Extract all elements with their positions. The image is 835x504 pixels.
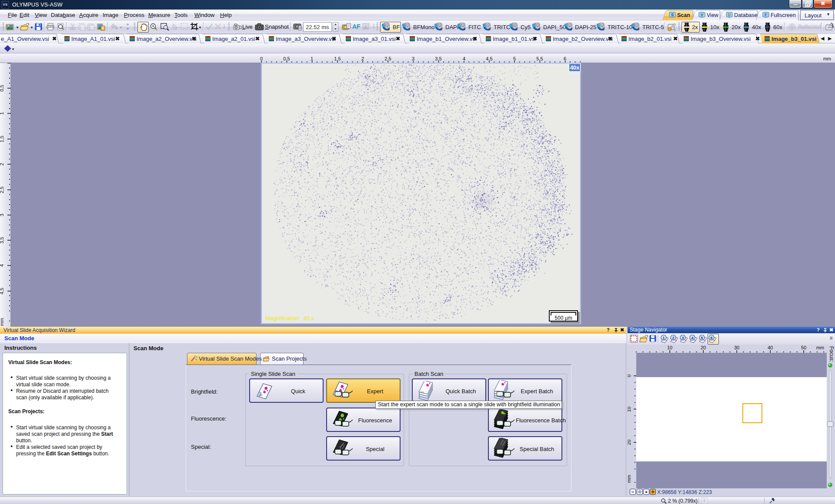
- svg-text:4,5: 4,5: [486, 56, 492, 61]
- svg-text:6: 6: [564, 56, 566, 61]
- svg-text:6: 6: [710, 336, 712, 340]
- svg-text:10: 10: [628, 407, 631, 412]
- svg-text:3,5: 3,5: [435, 56, 441, 61]
- svg-text:2: 2: [672, 336, 674, 340]
- svg-text:1: 1: [311, 56, 313, 61]
- svg-text:40: 40: [768, 345, 773, 350]
- svg-text:0,5: 0,5: [0, 85, 4, 91]
- svg-text:4: 4: [691, 336, 693, 340]
- svg-text:1: 1: [662, 336, 665, 340]
- svg-text:1,5: 1,5: [0, 136, 4, 142]
- svg-text:5,5: 5,5: [536, 56, 543, 61]
- svg-text:1: 1: [0, 112, 4, 115]
- svg-text:5: 5: [674, 28, 676, 32]
- svg-text:mm: mm: [823, 56, 831, 61]
- svg-text:0,5: 0,5: [283, 56, 290, 61]
- svg-text:5: 5: [701, 336, 703, 340]
- svg-text:2: 2: [361, 56, 364, 61]
- svg-text:S: S: [671, 13, 674, 17]
- svg-text:2,5: 2,5: [0, 186, 4, 193]
- svg-text:50: 50: [801, 345, 806, 350]
- svg-text:20: 20: [701, 345, 706, 350]
- svg-text:2: 2: [0, 163, 4, 166]
- svg-text:5: 5: [513, 56, 516, 61]
- svg-text:mm: mm: [628, 475, 631, 483]
- svg-text:F: F: [765, 13, 767, 17]
- svg-text:3,5: 3,5: [0, 237, 4, 243]
- svg-text:10: 10: [667, 345, 672, 350]
- svg-text:V: V: [701, 13, 703, 17]
- svg-text:30: 30: [734, 345, 739, 350]
- svg-text:0: 0: [628, 375, 631, 377]
- svg-text:4,5: 4,5: [0, 288, 4, 294]
- svg-text:20: 20: [628, 440, 631, 445]
- svg-text:mm: mm: [0, 318, 4, 326]
- svg-text:4: 4: [0, 264, 4, 267]
- svg-text:2,5: 2,5: [384, 56, 391, 61]
- svg-text:mm: mm: [816, 345, 824, 350]
- svg-text:0: 0: [260, 56, 263, 61]
- svg-text:3: 3: [681, 336, 684, 340]
- svg-text:3: 3: [412, 56, 414, 61]
- svg-text:3: 3: [0, 214, 4, 216]
- svg-text:4: 4: [463, 56, 465, 61]
- svg-text:D: D: [728, 13, 731, 17]
- svg-text:1,5: 1,5: [334, 56, 341, 61]
